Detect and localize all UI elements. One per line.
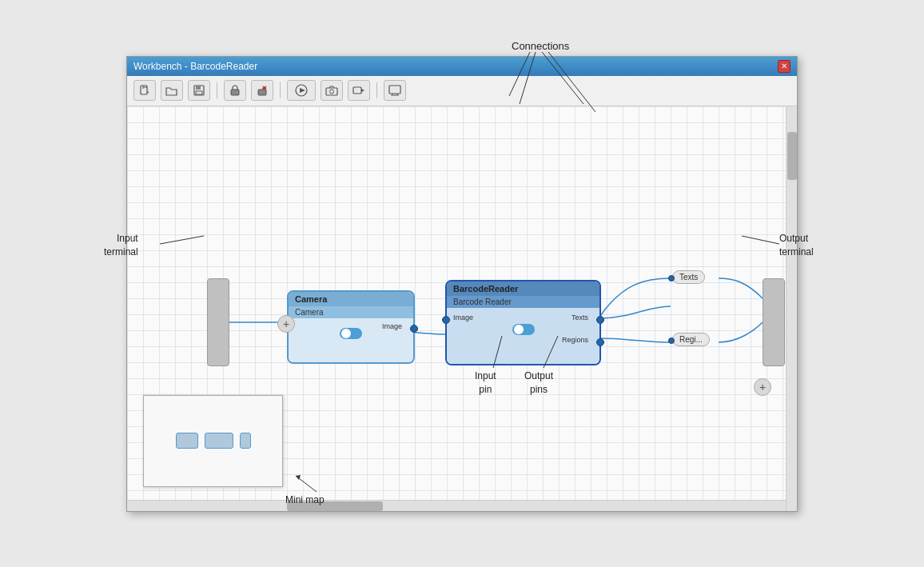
barcode-image-input-pin[interactable]	[442, 316, 450, 324]
barcode-texts-output-label: Texts	[572, 313, 588, 321]
play-button[interactable]	[287, 80, 316, 101]
regions-output-pill[interactable]: Regi...	[672, 333, 710, 346]
scrollbar-thumb-v[interactable]	[787, 132, 797, 180]
barcode-regions-output-pin[interactable]	[596, 338, 604, 346]
barcode-texts-output-pin[interactable]	[596, 316, 604, 324]
barcode-image-input-label: Image	[453, 313, 473, 321]
svg-rect-15	[353, 87, 361, 94]
regions-pill-pin	[668, 337, 675, 344]
separator2	[280, 82, 281, 98]
texts-output-pill[interactable]: Texts	[672, 270, 705, 284]
mini-map[interactable]	[143, 395, 283, 487]
svg-point-14	[330, 90, 334, 94]
svg-text:+: +	[146, 90, 149, 95]
camera-image-label: Image	[382, 322, 402, 330]
scrollbar-horizontal[interactable]	[127, 500, 786, 511]
new-button[interactable]: +	[133, 80, 156, 101]
svg-rect-13	[326, 88, 337, 95]
title-bar: Workbench - BarcodeReader ✕	[127, 57, 797, 76]
camera-toggle-knob	[341, 329, 351, 338]
save-button[interactable]	[188, 80, 210, 101]
barcode-node[interactable]: BarcodeReader Barcode Reader Image Texts…	[445, 280, 601, 365]
svg-rect-6	[196, 91, 202, 94]
svg-rect-5	[196, 86, 201, 90]
scrollbar-thumb-h[interactable]	[287, 501, 383, 511]
camera-button[interactable]	[321, 80, 343, 101]
barcode-toggle-knob	[514, 325, 524, 334]
barcode-node-body: Image Texts Regions	[447, 308, 599, 364]
unlock-button[interactable]	[251, 80, 273, 101]
svg-rect-7	[231, 90, 239, 95]
separator1	[217, 82, 217, 98]
barcode-node-title: BarcodeReader	[447, 282, 599, 296]
texts-pill-pin	[668, 275, 675, 282]
scrollbar-vertical[interactable]	[786, 106, 797, 511]
camera-node[interactable]: Camera Camera Image	[287, 290, 415, 364]
barcode-regions-output-label: Regions	[562, 336, 588, 344]
mini-node-3	[240, 433, 251, 449]
mini-node-1	[176, 433, 198, 449]
mini-node-2	[205, 433, 233, 449]
output-terminal	[763, 278, 785, 366]
toolbar: +	[127, 76, 797, 106]
svg-marker-12	[300, 88, 305, 93]
output-terminal-plus[interactable]: +	[754, 378, 771, 396]
camera-image-pin[interactable]	[410, 325, 418, 333]
monitor-button[interactable]	[384, 80, 406, 101]
texts-label: Texts	[679, 273, 698, 282]
barcode-toggle[interactable]	[452, 324, 595, 335]
camera-node-subtitle: Camera	[289, 306, 413, 318]
open-button[interactable]	[161, 80, 183, 101]
svg-rect-8	[258, 90, 266, 95]
input-terminal-plus[interactable]: +	[277, 315, 295, 333]
lock-button[interactable]	[224, 80, 246, 101]
svg-rect-17	[389, 86, 400, 94]
connections-label: Connections	[512, 40, 569, 52]
workbench-window: Workbench - BarcodeReader ✕ +	[126, 56, 798, 512]
camera-toggle-switch[interactable]	[340, 328, 362, 339]
camera-node-title: Camera	[289, 292, 413, 306]
svg-marker-16	[361, 89, 364, 92]
close-button[interactable]: ✕	[778, 60, 791, 73]
camera-node-body: Image	[289, 318, 413, 362]
window-title: Workbench - BarcodeReader	[133, 61, 257, 72]
mini-map-inner	[144, 396, 282, 486]
barcode-toggle-switch[interactable]	[512, 324, 535, 335]
barcode-node-subtitle: Barcode Reader	[447, 296, 599, 308]
regions-label: Regi...	[679, 335, 703, 344]
connections-annotation: Connections	[512, 40, 569, 52]
video-button[interactable]	[348, 80, 370, 101]
input-terminal	[207, 278, 229, 366]
separator3	[376, 82, 377, 98]
canvas[interactable]: Camera Camera Image + BarcodeReader Barc…	[127, 106, 797, 511]
